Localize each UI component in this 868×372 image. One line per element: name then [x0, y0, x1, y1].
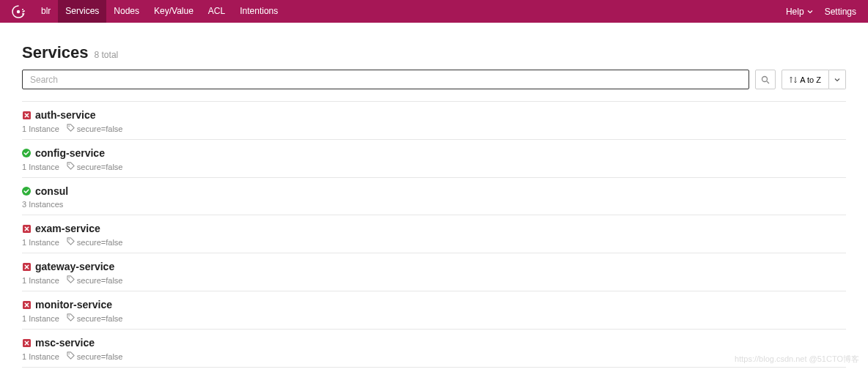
- svg-point-5: [762, 76, 768, 81]
- primary-nav: blr Services Nodes Key/Value ACL Intenti…: [34, 0, 285, 23]
- service-tag: secure=false: [67, 275, 123, 285]
- instance-count: 1 Instance: [22, 352, 59, 361]
- tag-text: secure=false: [77, 163, 123, 171]
- instance-count: 1 Instance: [22, 163, 59, 171]
- tag-text: secure=false: [77, 314, 123, 323]
- tag-icon: [67, 275, 75, 285]
- service-meta: 1 Instancesecure=false: [22, 313, 846, 323]
- main-content: Services 8 total A to Z auth-service1 In…: [0, 23, 868, 372]
- sort-group: A to Z: [781, 70, 846, 89]
- tag-icon: [67, 313, 75, 323]
- service-tag: secure=false: [67, 237, 123, 247]
- tag-text: secure=false: [77, 124, 123, 133]
- search-input[interactable]: [22, 70, 749, 89]
- instance-count: 1 Instance: [22, 314, 59, 323]
- svg-point-3: [23, 11, 24, 12]
- status-passing-icon: [22, 149, 31, 157]
- sort-label: A to Z: [800, 75, 821, 84]
- page-title-row: Services 8 total: [22, 43, 846, 62]
- tag-text: secure=false: [77, 238, 123, 247]
- svg-point-15: [68, 277, 70, 278]
- service-name-row: monitor-service: [22, 299, 846, 310]
- service-tag: secure=false: [67, 351, 123, 361]
- tag-icon: [67, 351, 75, 361]
- svg-point-4: [22, 13, 23, 15]
- svg-point-19: [68, 353, 70, 354]
- service-item[interactable]: monitor-service1 Instancesecure=false: [22, 291, 846, 330]
- help-label: Help: [786, 7, 804, 17]
- service-list: auth-service1 Instancesecure=falseconfig…: [22, 101, 846, 372]
- svg-point-17: [68, 315, 70, 316]
- nav-nodes[interactable]: Nodes: [106, 0, 147, 23]
- svg-point-8: [68, 125, 70, 127]
- svg-point-13: [68, 239, 70, 240]
- service-name-row: gateway-service: [22, 261, 846, 272]
- service-name: exam-service: [35, 223, 100, 234]
- help-menu[interactable]: Help: [786, 7, 813, 17]
- status-critical-icon: [22, 224, 31, 233]
- service-meta: 1 Instancesecure=false: [22, 351, 846, 361]
- nav-services[interactable]: Services: [58, 0, 106, 23]
- chevron-down-icon: [834, 77, 840, 83]
- tag-icon: [67, 124, 75, 133]
- consul-logo-icon: [12, 5, 25, 18]
- service-name-row: exam-service: [22, 223, 846, 234]
- chevron-down-icon: [807, 9, 813, 15]
- service-name: config-service: [35, 147, 105, 159]
- tag-text: secure=false: [77, 276, 123, 285]
- service-tag: secure=false: [67, 124, 123, 133]
- search-row: A to Z: [22, 70, 846, 89]
- service-meta: 1 Instancesecure=false: [22, 162, 846, 171]
- watermark: https://blog.csdn.net @51CTO博客: [735, 354, 859, 365]
- service-meta: 1 Instancesecure=false: [22, 237, 846, 247]
- service-tag: secure=false: [67, 162, 123, 171]
- sort-button[interactable]: A to Z: [781, 70, 829, 89]
- svg-line-6: [767, 81, 769, 83]
- service-item[interactable]: auth-service1 Instancesecure=false: [22, 101, 846, 140]
- service-meta: 1 Instancesecure=false: [22, 275, 846, 285]
- svg-point-10: [68, 163, 70, 165]
- nav-keyvalue[interactable]: Key/Value: [147, 0, 201, 23]
- status-passing-icon: [22, 187, 31, 196]
- search-button[interactable]: [755, 70, 776, 89]
- status-critical-icon: [22, 262, 31, 271]
- settings-link[interactable]: Settings: [825, 7, 856, 17]
- service-name: consul: [35, 185, 68, 197]
- header-right: Help Settings: [786, 7, 856, 17]
- nav-acl[interactable]: ACL: [201, 0, 232, 23]
- service-name-row: msc-service: [22, 337, 846, 349]
- service-item[interactable]: consul3 Instances: [22, 178, 846, 215]
- service-item[interactable]: user-service1 Instancesecure=false: [22, 368, 846, 372]
- nav-intentions[interactable]: Intentions: [232, 0, 285, 23]
- total-count: 8 total: [95, 50, 119, 60]
- sort-dropdown-button[interactable]: [829, 70, 846, 89]
- service-item[interactable]: gateway-service1 Instancesecure=false: [22, 253, 846, 291]
- instance-count: 1 Instance: [22, 238, 59, 247]
- page-title: Services: [22, 43, 89, 62]
- service-meta: 3 Instances: [22, 200, 846, 209]
- search-icon: [761, 75, 770, 84]
- instance-count: 3 Instances: [22, 200, 63, 209]
- tag-icon: [67, 162, 75, 171]
- status-critical-icon: [22, 300, 31, 309]
- service-item[interactable]: msc-service1 Instancesecure=false: [22, 330, 846, 368]
- status-critical-icon: [22, 338, 31, 347]
- status-critical-icon: [22, 111, 31, 119]
- service-item[interactable]: exam-service1 Instancesecure=false: [22, 215, 846, 253]
- service-item[interactable]: config-service1 Instancesecure=false: [22, 140, 846, 178]
- svg-point-2: [22, 9, 23, 10]
- service-name: auth-service: [35, 109, 95, 121]
- datacenter-selector[interactable]: blr: [34, 0, 58, 23]
- service-name-row: consul: [22, 185, 846, 197]
- tag-icon: [67, 237, 75, 247]
- service-name: gateway-service: [35, 261, 114, 272]
- service-name: monitor-service: [35, 299, 112, 310]
- service-name-row: config-service: [22, 147, 846, 159]
- service-name: msc-service: [35, 337, 95, 349]
- service-name-row: auth-service: [22, 109, 846, 121]
- svg-point-1: [17, 10, 20, 12]
- instance-count: 1 Instance: [22, 276, 59, 285]
- sort-icon: [790, 76, 797, 83]
- tag-text: secure=false: [77, 352, 123, 361]
- main-header: blr Services Nodes Key/Value ACL Intenti…: [0, 0, 868, 23]
